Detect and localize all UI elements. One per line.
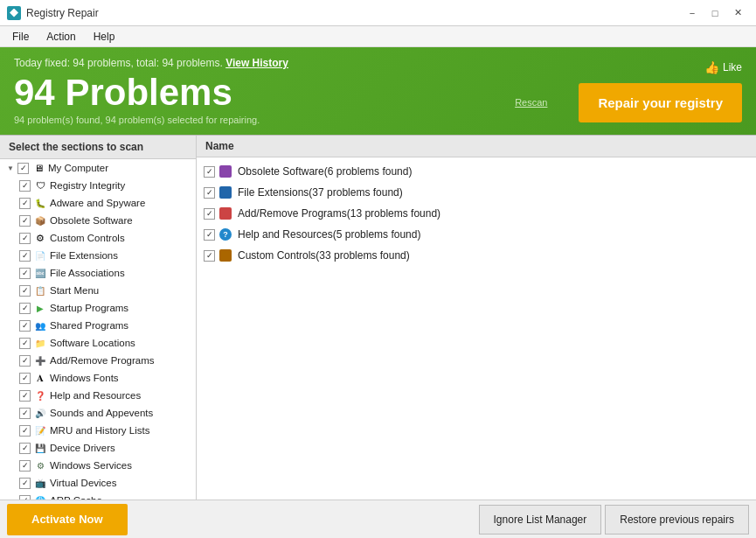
checkbox-19[interactable] (19, 495, 31, 500)
result-checkbox-1[interactable] (204, 187, 215, 199)
checkbox-3[interactable] (19, 215, 31, 227)
maximize-button[interactable]: □ (704, 3, 726, 23)
result-text-3: Help and Resources(5 problems found) (238, 228, 420, 241)
tree-icon-1 (33, 178, 47, 192)
ignore-list-button[interactable]: Ignore List Manager (479, 505, 602, 535)
checkbox-17[interactable] (19, 460, 31, 472)
menu-item-file[interactable]: File (3, 29, 38, 45)
checkbox-0[interactable] (17, 163, 29, 174)
view-history-link[interactable]: View History (225, 57, 288, 69)
checkbox-9[interactable] (19, 320, 31, 332)
tree-icon-6 (33, 266, 47, 280)
tree-item-0[interactable]: ▼My Computer (0, 159, 196, 177)
checkbox-10[interactable] (19, 338, 31, 349)
checkbox-13[interactable] (19, 390, 31, 402)
tree-icon-11 (33, 353, 47, 367)
rescan-link[interactable]: Rescan (515, 97, 547, 108)
checkbox-7[interactable] (19, 285, 31, 297)
tree-item-6[interactable]: File Associations (0, 264, 196, 282)
right-panel: Name Obsolete Software(6 problems found)… (197, 136, 756, 500)
tree-icon-12 (33, 371, 47, 385)
tree-label-8: Startup Programs (50, 303, 128, 313)
checkbox-12[interactable] (19, 373, 31, 384)
tree-label-18: Virtual Devices (50, 478, 117, 488)
tree-icon-19 (33, 493, 47, 500)
tree-item-15[interactable]: MRU and History Lists (0, 422, 196, 439)
menu-item-help[interactable]: Help (85, 29, 124, 45)
tree-item-10[interactable]: Software Locations (0, 334, 196, 352)
tree-item-9[interactable]: Shared Programs (0, 317, 196, 334)
tree-label-3: Obsolete Software (50, 215, 133, 226)
menu-item-action[interactable]: Action (38, 29, 84, 45)
result-text-0: Obsolete Software(6 problems found) (238, 165, 412, 178)
checkbox-18[interactable] (19, 478, 31, 489)
tree-label-9: Shared Programs (50, 320, 128, 331)
tree-item-5[interactable]: File Extensions (0, 247, 196, 264)
tree-icon-13 (33, 388, 47, 402)
like-label: Like (723, 61, 742, 73)
tree-item-1[interactable]: Registry Integrity (0, 177, 196, 194)
tree-label-16: Device Drivers (50, 443, 115, 453)
checkbox-15[interactable] (19, 425, 31, 437)
app-title: Registry Repair (26, 7, 99, 19)
checkbox-4[interactable] (19, 233, 31, 244)
tree-item-3[interactable]: Obsolete Software (0, 212, 196, 229)
tree-item-13[interactable]: Help and Resources (0, 387, 196, 404)
tree-container[interactable]: ▼My ComputerRegistry IntegrityAdware and… (0, 159, 196, 500)
tree-label-10: Software Locations (50, 338, 135, 348)
result-item-4[interactable]: Custom Controls(33 problems found) (197, 245, 756, 266)
green-header: Today fixed: 94 problems, total: 94 prob… (0, 47, 756, 135)
result-text-1: File Extensions(37 problems found) (238, 186, 403, 199)
left-panel-header: Select the sections to scan (0, 136, 196, 159)
bottom-bar: Activate Now Ignore List Manager Restore… (0, 500, 756, 538)
tree-item-18[interactable]: Virtual Devices (0, 474, 196, 492)
result-checkbox-0[interactable] (204, 166, 215, 178)
result-checkbox-3[interactable] (204, 229, 215, 241)
close-button[interactable]: ✕ (726, 3, 749, 23)
tree-icon-0 (31, 161, 45, 175)
checkbox-5[interactable] (19, 250, 31, 262)
tree-icon-4 (33, 231, 47, 245)
checkbox-14[interactable] (19, 408, 31, 419)
checkbox-1[interactable] (19, 180, 31, 192)
tree-icon-2 (33, 196, 47, 210)
app-icon (7, 6, 21, 20)
minimize-button[interactable]: − (681, 3, 704, 23)
today-fixed-text: Today fixed: 94 problems, total: 94 prob… (14, 57, 288, 69)
tree-item-11[interactable]: Add/Remove Programs (0, 352, 196, 369)
tree-item-16[interactable]: Device Drivers (0, 439, 196, 457)
tree-label-12: Windows Fonts (50, 373, 119, 383)
tree-label-4: Custom Controls (50, 233, 125, 243)
problem-count: 94 Problems (14, 73, 288, 113)
checkbox-16[interactable] (19, 443, 31, 454)
result-checkbox-2[interactable] (204, 208, 215, 220)
today-fixed-label: Today fixed: 94 problems, total: 94 prob… (14, 57, 223, 69)
result-item-3[interactable]: ?Help and Resources(5 problems found) (197, 224, 756, 245)
tree-item-8[interactable]: Startup Programs (0, 299, 196, 317)
result-checkbox-4[interactable] (204, 250, 215, 262)
checkbox-6[interactable] (19, 268, 31, 279)
tree-item-19[interactable]: ARP Cache (0, 492, 196, 500)
checkbox-2[interactable] (19, 198, 31, 209)
tree-item-4[interactable]: Custom Controls (0, 229, 196, 247)
tree-item-17[interactable]: Windows Services (0, 457, 196, 474)
like-button[interactable]: 👍 Like (704, 60, 742, 74)
tree-item-2[interactable]: Adware and Spyware (0, 194, 196, 212)
result-item-0[interactable]: Obsolete Software(6 problems found) (197, 161, 756, 182)
result-item-1[interactable]: File Extensions(37 problems found) (197, 182, 756, 203)
result-item-2[interactable]: Add/Remove Programs(13 problems found) (197, 203, 756, 224)
tree-icon-14 (33, 406, 47, 420)
right-panel-header: Name (197, 136, 756, 157)
tree-label-1: Registry Integrity (50, 180, 125, 191)
restore-repairs-button[interactable]: Restore previous repairs (605, 505, 749, 535)
checkbox-8[interactable] (19, 303, 31, 314)
tree-item-12[interactable]: Windows Fonts (0, 369, 196, 387)
bottom-right-buttons: Ignore List Manager Restore previous rep… (479, 505, 749, 535)
tree-item-14[interactable]: Sounds and Appevents (0, 404, 196, 422)
tree-label-15: MRU and History Lists (50, 425, 149, 436)
activate-button[interactable]: Activate Now (7, 504, 128, 535)
repair-button[interactable]: Repair your registry (579, 83, 742, 122)
checkbox-11[interactable] (19, 355, 31, 367)
tree-label-7: Start Menu (50, 285, 99, 296)
tree-item-7[interactable]: Start Menu (0, 282, 196, 299)
